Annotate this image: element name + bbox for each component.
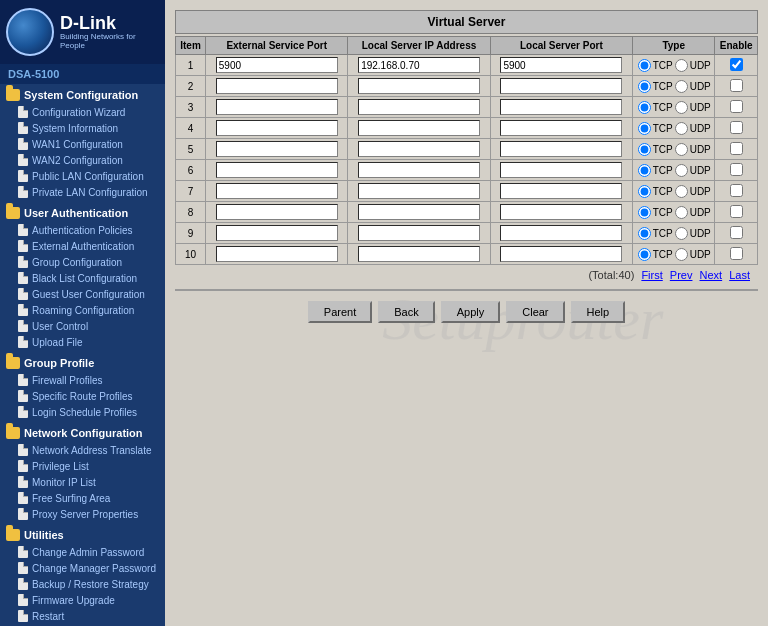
input-local-ip[interactable] xyxy=(358,57,480,73)
input-local-port[interactable] xyxy=(500,162,622,178)
input-local-ip[interactable] xyxy=(358,99,480,115)
sidebar-item-black-list-configuration[interactable]: Black List Configuration xyxy=(0,270,165,286)
section-header-group-profile[interactable]: Group Profile xyxy=(0,354,165,372)
checkbox-enable[interactable] xyxy=(730,247,743,260)
radio-tcp[interactable] xyxy=(638,143,651,156)
radio-tcp[interactable] xyxy=(638,227,651,240)
pagination-prev[interactable]: Prev xyxy=(670,269,693,281)
radio-tcp[interactable] xyxy=(638,164,651,177)
sidebar-item-change-admin-password[interactable]: Change Admin Password xyxy=(0,544,165,560)
input-local-port[interactable] xyxy=(500,183,622,199)
pagination-next[interactable]: Next xyxy=(700,269,723,281)
sidebar-item-monitor-ip-list[interactable]: Monitor IP List xyxy=(0,474,165,490)
input-local-port[interactable] xyxy=(500,57,622,73)
radio-udp[interactable] xyxy=(675,185,688,198)
input-local-port[interactable] xyxy=(500,141,622,157)
clear-button[interactable]: Clear xyxy=(506,301,564,323)
sidebar-item-guest-user-configuration[interactable]: Guest User Configuration xyxy=(0,286,165,302)
input-ext-port[interactable] xyxy=(216,225,338,241)
checkbox-enable[interactable] xyxy=(730,142,743,155)
sidebar-item-private-lan-configuration[interactable]: Private LAN Configuration xyxy=(0,184,165,200)
input-local-ip[interactable] xyxy=(358,204,480,220)
back-button[interactable]: Back xyxy=(378,301,434,323)
section-header-user-authentication[interactable]: User Authentication xyxy=(0,204,165,222)
pagination-last[interactable]: Last xyxy=(729,269,750,281)
input-ext-port[interactable] xyxy=(216,204,338,220)
input-ext-port[interactable] xyxy=(216,183,338,199)
checkbox-enable[interactable] xyxy=(730,226,743,239)
sidebar-item-change-manager-password[interactable]: Change Manager Password xyxy=(0,560,165,576)
checkbox-enable[interactable] xyxy=(730,184,743,197)
radio-udp[interactable] xyxy=(675,59,688,72)
input-ext-port[interactable] xyxy=(216,120,338,136)
sidebar-item-restart[interactable]: Restart xyxy=(0,608,165,624)
input-local-port[interactable] xyxy=(500,120,622,136)
input-local-ip[interactable] xyxy=(358,183,480,199)
sidebar-item-specific-route-profiles[interactable]: Specific Route Profiles xyxy=(0,388,165,404)
input-local-ip[interactable] xyxy=(358,162,480,178)
sidebar-item-free-surfing-area[interactable]: Free Surfing Area xyxy=(0,490,165,506)
checkbox-enable[interactable] xyxy=(730,58,743,71)
input-ext-port[interactable] xyxy=(216,57,338,73)
checkbox-enable[interactable] xyxy=(730,163,743,176)
sidebar-item-wan2-configuration[interactable]: WAN2 Configuration xyxy=(0,152,165,168)
section-header-network-configuration[interactable]: Network Configuration xyxy=(0,424,165,442)
checkbox-enable[interactable] xyxy=(730,121,743,134)
input-ext-port[interactable] xyxy=(216,141,338,157)
input-ext-port[interactable] xyxy=(216,99,338,115)
radio-tcp[interactable] xyxy=(638,185,651,198)
input-local-ip[interactable] xyxy=(358,120,480,136)
sidebar-item-wan1-configuration[interactable]: WAN1 Configuration xyxy=(0,136,165,152)
sidebar-item-group-configuration[interactable]: Group Configuration xyxy=(0,254,165,270)
sidebar-item-roaming-configuration[interactable]: Roaming Configuration xyxy=(0,302,165,318)
input-local-port[interactable] xyxy=(500,246,622,262)
radio-udp[interactable] xyxy=(675,122,688,135)
sidebar-item-authentication-policies[interactable]: Authentication Policies xyxy=(0,222,165,238)
checkbox-enable[interactable] xyxy=(730,100,743,113)
input-local-ip[interactable] xyxy=(358,246,480,262)
input-local-ip[interactable] xyxy=(358,141,480,157)
sidebar-item-user-control[interactable]: User Control xyxy=(0,318,165,334)
radio-tcp[interactable] xyxy=(638,206,651,219)
input-local-port[interactable] xyxy=(500,99,622,115)
radio-tcp[interactable] xyxy=(638,59,651,72)
input-ext-port[interactable] xyxy=(216,162,338,178)
sidebar-item-privilege-list[interactable]: Privilege List xyxy=(0,458,165,474)
sidebar-item-proxy-server-properties[interactable]: Proxy Server Properties xyxy=(0,506,165,522)
radio-tcp[interactable] xyxy=(638,80,651,93)
radio-udp[interactable] xyxy=(675,206,688,219)
radio-tcp[interactable] xyxy=(638,101,651,114)
input-ext-port[interactable] xyxy=(216,246,338,262)
radio-udp[interactable] xyxy=(675,101,688,114)
radio-udp[interactable] xyxy=(675,80,688,93)
sidebar-item-public-lan-configuration[interactable]: Public LAN Configuration xyxy=(0,168,165,184)
sidebar-item-login-schedule-profiles[interactable]: Login Schedule Profiles xyxy=(0,404,165,420)
input-local-port[interactable] xyxy=(500,204,622,220)
sidebar-item-firmware-upgrade[interactable]: Firmware Upgrade xyxy=(0,592,165,608)
input-local-port[interactable] xyxy=(500,78,622,94)
sidebar-item-system-information[interactable]: System Information xyxy=(0,120,165,136)
radio-tcp[interactable] xyxy=(638,248,651,261)
checkbox-enable[interactable] xyxy=(730,79,743,92)
pagination-first[interactable]: First xyxy=(641,269,662,281)
help-button[interactable]: Help xyxy=(571,301,626,323)
radio-udp[interactable] xyxy=(675,143,688,156)
sidebar-item-backup-restore-strategy[interactable]: Backup / Restore Strategy xyxy=(0,576,165,592)
input-local-ip[interactable] xyxy=(358,78,480,94)
radio-tcp[interactable] xyxy=(638,122,651,135)
input-local-ip[interactable] xyxy=(358,225,480,241)
apply-button[interactable]: Apply xyxy=(441,301,501,323)
section-header-system-configuration[interactable]: System Configuration xyxy=(0,86,165,104)
section-header-utilities[interactable]: Utilities xyxy=(0,526,165,544)
parent-button[interactable]: Parent xyxy=(308,301,372,323)
checkbox-enable[interactable] xyxy=(730,205,743,218)
radio-udp[interactable] xyxy=(675,227,688,240)
sidebar-item-network-address-translate[interactable]: Network Address Translate xyxy=(0,442,165,458)
input-local-port[interactable] xyxy=(500,225,622,241)
sidebar-item-configuration-wizard[interactable]: Configuration Wizard xyxy=(0,104,165,120)
radio-udp[interactable] xyxy=(675,164,688,177)
radio-udp[interactable] xyxy=(675,248,688,261)
sidebar-item-firewall-profiles[interactable]: Firewall Profiles xyxy=(0,372,165,388)
input-ext-port[interactable] xyxy=(216,78,338,94)
sidebar-item-external-authentication[interactable]: External Authentication xyxy=(0,238,165,254)
